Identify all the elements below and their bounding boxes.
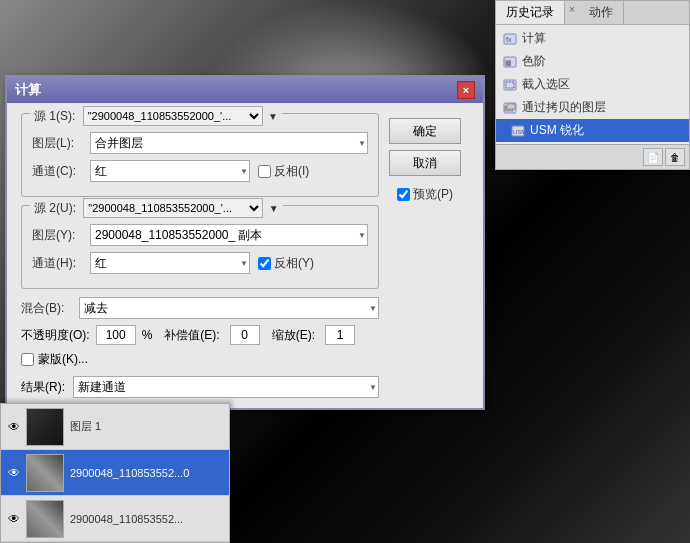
selected-arrow: ▶ <box>502 125 508 136</box>
source1-layer-select[interactable]: 合并图层 <box>90 132 368 154</box>
source2-layer-select-wrapper: 2900048_110853552000_ 副本 ▼ <box>90 224 368 246</box>
opacity-label: 不透明度(O): <box>21 327 90 344</box>
source1-group-label: 源 1(S): "2900048_110853552000_'... ▼ <box>30 106 282 126</box>
svg-text:fx: fx <box>506 36 512 43</box>
source1-layer-select-wrapper: 合并图层 ▼ <box>90 132 368 154</box>
tab-history[interactable]: 历史记录 <box>496 1 565 24</box>
dialog-titlebar: 计算 × <box>7 77 483 103</box>
dialog-side-buttons: 确定 取消 预览(P) <box>379 113 469 398</box>
source2-invert-checkbox[interactable] <box>258 257 271 270</box>
history-item-levels[interactable]: ▦ 色阶 <box>496 50 689 73</box>
history-item-usm[interactable]: ▶ USM USM 锐化 <box>496 119 689 142</box>
result-select[interactable]: 新建通道 <box>73 376 379 398</box>
layer-0-name: 图层 1 <box>70 419 225 434</box>
source2-channel-label: 通道(H): <box>32 255 90 272</box>
preview-label[interactable]: 预览(P) <box>397 186 469 203</box>
history-item-label: 截入选区 <box>522 76 570 93</box>
layer-item-2[interactable]: 👁 2900048_110853552... <box>1 496 229 542</box>
tab-actions[interactable]: 动作 <box>579 1 624 24</box>
layers-list: 👁 图层 1 👁 2900048_110853552...0 👁 2900048… <box>1 404 229 542</box>
offset-label: 补偿值(E): <box>164 327 219 344</box>
source1-invert-label[interactable]: 反相(I) <box>258 163 309 180</box>
history-panel: 历史记录 × 动作 fx 计算 ▦ 色阶 <box>495 0 690 170</box>
tab-separator: × <box>565 1 579 24</box>
source2-channel-select[interactable]: 红 <box>90 252 250 274</box>
source1-channel-row: 通道(C): 红 ▼ 反相(I) <box>32 160 368 182</box>
layer-2-name: 2900048_110853552... <box>70 513 225 525</box>
scale-label: 缩放(E): <box>272 327 315 344</box>
layer-copy-icon <box>502 101 518 115</box>
calculate-dialog: 计算 × 源 1(S): "2900048_110853552000_'... … <box>5 75 485 410</box>
source2-file-select[interactable]: "2900048_110853552000_'... <box>83 198 263 218</box>
levels-icon: ▦ <box>502 55 518 69</box>
source2-layer-select[interactable]: 2900048_110853552000_ 副本 <box>90 224 368 246</box>
source1-channel-select-wrapper: 红 ▼ <box>90 160 250 182</box>
dialog-main-area: 源 1(S): "2900048_110853552000_'... ▼ 图层(… <box>21 113 379 398</box>
layer-0-thumb <box>26 408 64 446</box>
dialog-title: 计算 <box>15 81 41 99</box>
blend-mode-select[interactable]: 减去 <box>79 297 379 319</box>
selection-icon <box>502 78 518 92</box>
source2-invert-label[interactable]: 反相(Y) <box>258 255 314 272</box>
calc-icon: fx <box>502 32 518 46</box>
source1-channel-label: 通道(C): <box>32 163 90 180</box>
mask-checkbox[interactable] <box>21 353 34 366</box>
svg-rect-8 <box>507 104 515 109</box>
preview-checkbox[interactable] <box>397 188 410 201</box>
confirm-button[interactable]: 确定 <box>389 118 461 144</box>
delete-state-btn[interactable]: 🗑 <box>665 148 685 166</box>
svg-text:▦: ▦ <box>505 59 512 66</box>
source1-layer-row: 图层(L): 合并图层 ▼ <box>32 132 368 154</box>
history-item-label: 通过拷贝的图层 <box>522 99 606 116</box>
mask-label: 蒙版(K)... <box>38 351 88 368</box>
history-tabs: 历史记录 × 动作 <box>496 1 689 25</box>
offset-input[interactable] <box>230 325 260 345</box>
source2-file-arrow: ▼ <box>269 203 279 214</box>
layer-item-0[interactable]: 👁 图层 1 <box>1 404 229 450</box>
history-item-label: 色阶 <box>522 53 546 70</box>
opacity-row: 不透明度(O): % 补偿值(E): 缩放(E): <box>21 325 379 345</box>
cancel-button[interactable]: 取消 <box>389 150 461 176</box>
layer-1-eye[interactable]: 👁 <box>5 464 23 482</box>
blend-row: 混合(B): 减去 ▼ <box>21 297 379 319</box>
history-item-calc[interactable]: fx 计算 <box>496 27 689 50</box>
history-item-layer-copy[interactable]: 通过拷贝的图层 <box>496 96 689 119</box>
blend-select-wrapper: 减去 ▼ <box>79 297 379 319</box>
opacity-unit: % <box>142 328 153 342</box>
source1-channel-select[interactable]: 红 <box>90 160 250 182</box>
history-items-list: fx 计算 ▦ 色阶 截入选区 <box>496 25 689 144</box>
source2-channel-select-wrapper: 红 ▼ <box>90 252 250 274</box>
layer-0-eye[interactable]: 👁 <box>5 418 23 436</box>
source1-file-select[interactable]: "2900048_110853552000_'... <box>83 106 263 126</box>
history-item-selection[interactable]: 截入选区 <box>496 73 689 96</box>
dialog-close-button[interactable]: × <box>457 81 475 99</box>
layer-1-thumb <box>26 454 64 492</box>
layer-item-1[interactable]: 👁 2900048_110853552...0 <box>1 450 229 496</box>
result-label: 结果(R): <box>21 379 65 396</box>
source1-file-arrow: ▼ <box>268 111 278 122</box>
source2-layer-label: 图层(Y): <box>32 227 90 244</box>
blend-label: 混合(B): <box>21 300 79 317</box>
history-toolbar: 📄 🗑 <box>496 144 689 169</box>
layer-1-name: 2900048_110853552...0 <box>70 467 225 479</box>
source2-group: 源 2(U): "2900048_110853552000_'... ▼ 图层(… <box>21 205 379 289</box>
source2-channel-row: 通道(H): 红 ▼ 反相(Y) <box>32 252 368 274</box>
history-item-label: USM 锐化 <box>530 122 584 139</box>
source1-invert-checkbox[interactable] <box>258 165 271 178</box>
result-select-wrapper: 新建通道 ▼ <box>73 376 379 398</box>
result-row: 结果(R): 新建通道 ▼ <box>21 376 379 398</box>
layer-2-thumb <box>26 500 64 538</box>
source1-layer-label: 图层(L): <box>32 135 90 152</box>
layer-2-eye[interactable]: 👁 <box>5 510 23 528</box>
source1-group: 源 1(S): "2900048_110853552000_'... ▼ 图层(… <box>21 113 379 197</box>
dialog-content: 源 1(S): "2900048_110853552000_'... ▼ 图层(… <box>21 113 469 398</box>
svg-text:USM: USM <box>513 129 525 135</box>
scale-input[interactable] <box>325 325 355 345</box>
history-item-label: 计算 <box>522 30 546 47</box>
dialog-body: 源 1(S): "2900048_110853552000_'... ▼ 图层(… <box>7 103 483 408</box>
new-state-btn[interactable]: 📄 <box>643 148 663 166</box>
source2-layer-row: 图层(Y): 2900048_110853552000_ 副本 ▼ <box>32 224 368 246</box>
mask-row: 蒙版(K)... <box>21 351 379 368</box>
layers-panel: 👁 图层 1 👁 2900048_110853552...0 👁 2900048… <box>0 403 230 543</box>
opacity-input[interactable] <box>96 325 136 345</box>
